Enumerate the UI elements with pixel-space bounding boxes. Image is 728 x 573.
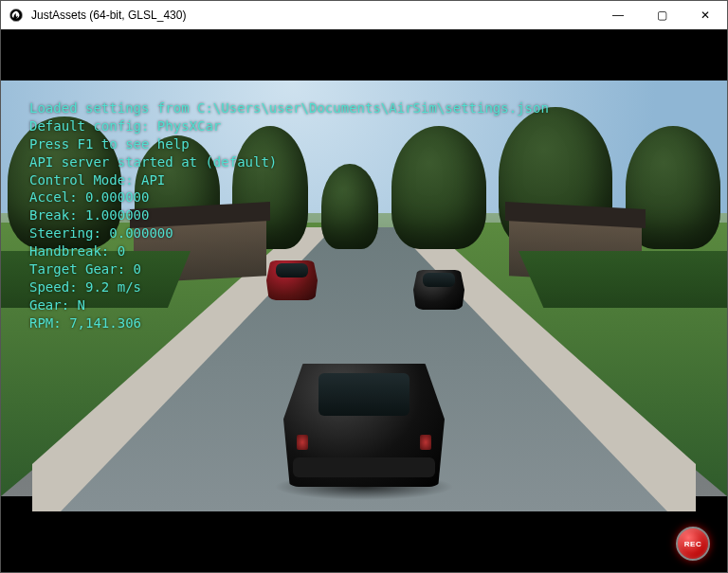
hud-overlay: Loaded settings from C:\Users\user\Docum… bbox=[29, 99, 549, 332]
maximize-button[interactable]: ▢ bbox=[640, 1, 683, 29]
hedge-right bbox=[519, 251, 727, 308]
player-car bbox=[283, 364, 445, 487]
unreal-engine-icon bbox=[5, 9, 27, 22]
record-label: REC bbox=[684, 540, 701, 548]
close-button[interactable]: ✕ bbox=[683, 1, 727, 29]
hud-line: Loaded settings from C:\Users\user\Docum… bbox=[29, 99, 549, 117]
app-window: JustAssets (64-bit, GLSL_430) — ▢ ✕ bbox=[0, 0, 728, 573]
hud-line: Accel: 0.000000 bbox=[29, 188, 549, 206]
game-viewport[interactable]: Loaded settings from C:\Users\user\Docum… bbox=[1, 29, 727, 572]
title-bar[interactable]: JustAssets (64-bit, GLSL_430) — ▢ ✕ bbox=[1, 1, 727, 29]
hud-line: Control Mode: API bbox=[29, 171, 549, 189]
window-controls: — ▢ ✕ bbox=[596, 1, 727, 29]
hud-line: Gear: N bbox=[29, 296, 549, 314]
hud-line: Press F1 to see help bbox=[29, 135, 549, 153]
window-title: JustAssets (64-bit, GLSL_430) bbox=[31, 9, 186, 22]
record-button[interactable]: REC bbox=[676, 527, 710, 561]
hud-line: RPM: 7,141.306 bbox=[29, 314, 549, 332]
minimize-button[interactable]: — bbox=[596, 1, 640, 29]
hud-line: Default config: PhysXCar bbox=[29, 117, 549, 135]
hud-line: Break: 1.000000 bbox=[29, 206, 549, 224]
hud-line: Speed: 9.2 m/s bbox=[29, 278, 549, 296]
hud-line: Target Gear: 0 bbox=[29, 260, 549, 278]
hud-line: API server started at (default) bbox=[29, 153, 549, 171]
hud-line: Handbreak: 0 bbox=[29, 242, 549, 260]
hud-line: Steering: 0.000000 bbox=[29, 224, 549, 242]
